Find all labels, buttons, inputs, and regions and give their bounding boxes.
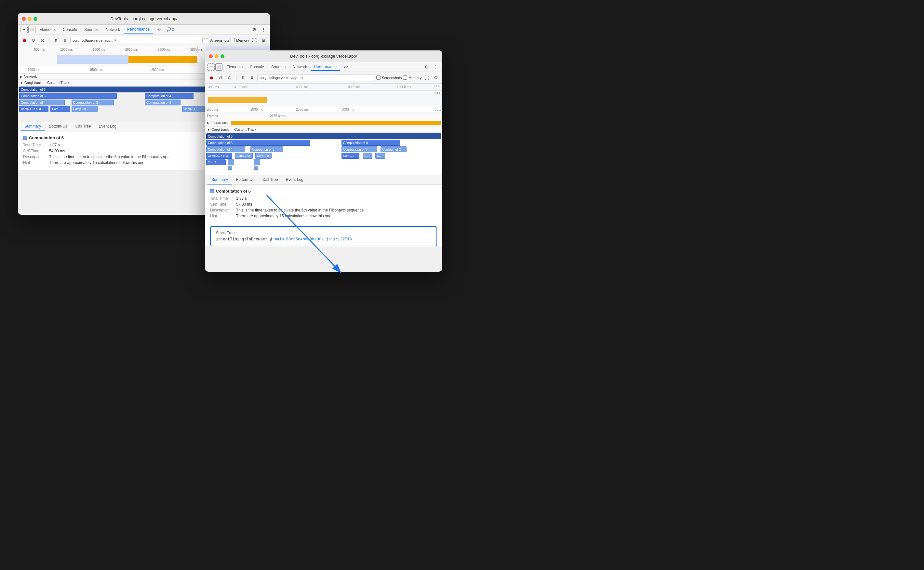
- comp-bar-4-r[interactable]: Computation of 4: [145, 93, 194, 99]
- comp-bar-3n-w2-l2[interactable]: Comput...n of 3: [251, 146, 283, 152]
- tab-eventlog-2[interactable]: Event Log: [282, 175, 307, 184]
- address-bar-2[interactable]: corgi-collage.vercel.app... ▾: [257, 74, 375, 81]
- clear-icon-2[interactable]: ⊘: [226, 74, 234, 82]
- screenshots-checkbox-2[interactable]: [376, 75, 381, 80]
- tab-calltree-1[interactable]: Call Tree: [72, 122, 95, 131]
- tab-console-1[interactable]: Console: [60, 26, 80, 33]
- comp-bar-s2-w2-l4[interactable]: [254, 159, 260, 165]
- corgi-track-header-2[interactable]: ▼ Corgi track — Custom Track: [205, 127, 442, 133]
- download-icon-2[interactable]: ⬇: [248, 74, 256, 82]
- comp-bar-6-w2-l0[interactable]: Computation of 6: [206, 133, 441, 139]
- comp-bar-4-w2-r[interactable]: Computation of 4: [341, 140, 400, 146]
- screenshot-icon[interactable]: ⛶: [251, 37, 258, 44]
- reload-icon-2[interactable]: ↺: [217, 74, 225, 82]
- tab-sources-2[interactable]: Sources: [268, 63, 289, 70]
- cursor-icon-2[interactable]: ⌖: [208, 63, 215, 70]
- bottom-tabs-2: Summary Bottom-Up Call Tree Event Log: [205, 175, 442, 185]
- memory-checkbox-1[interactable]: [231, 38, 235, 42]
- cursor-icon[interactable]: ⌖: [20, 26, 28, 33]
- comp-bar-s1-w2-l4[interactable]: [228, 159, 234, 165]
- tab-performance-2[interactable]: Performance: [311, 63, 340, 71]
- tick2-1000: 1000 ms: [28, 68, 40, 72]
- comp-bar-2-w2-l3c[interactable]: Com...f 2: [255, 153, 272, 159]
- comp-bar-5[interactable]: Computation of 5: [19, 93, 117, 99]
- maximize-button-2[interactable]: [220, 54, 225, 58]
- download-icon[interactable]: ⬇: [61, 37, 69, 44]
- hint-row-2: Hint There are approximately 15 calculat…: [210, 214, 437, 218]
- tab-elements-2[interactable]: Elements: [223, 63, 246, 70]
- tab-network-2[interactable]: Network: [289, 63, 310, 70]
- settings-icon-2[interactable]: ⚙: [423, 63, 431, 71]
- record-icon-2[interactable]: ⏺: [208, 74, 215, 82]
- comp-bar-2-w2-l3b[interactable]: Comp...f 2: [235, 153, 253, 159]
- dropdown-arrow-2[interactable]: ▾: [301, 75, 303, 80]
- inspect-icon[interactable]: ⬜: [28, 26, 35, 33]
- sep1: [49, 37, 49, 44]
- comp-bar-2-l3b[interactable]: Com... 2: [50, 106, 70, 112]
- tab-bottomup-2[interactable]: Bottom-Up: [232, 175, 258, 184]
- tab-sources-1[interactable]: Sources: [81, 26, 102, 33]
- comp-bar-c-w2-l3e[interactable]: C...: [363, 153, 372, 159]
- comp-bar-4-w2-l2[interactable]: Computation of 4: [206, 146, 245, 152]
- screenshots-checkbox-1[interactable]: [204, 38, 208, 42]
- tab-more-1[interactable]: >>: [153, 26, 165, 33]
- comp-bar-2-l3c[interactable]: Comp...of 2: [72, 106, 98, 112]
- comp-bar-2-w2-l3d[interactable]: Com... 2: [341, 153, 360, 159]
- comp-bar-4-l2[interactable]: Computation of 4: [19, 100, 65, 106]
- settings-gear-1[interactable]: ⚙: [260, 37, 267, 44]
- tab-performance-1[interactable]: Performance: [124, 26, 153, 34]
- memory-checkbox-2[interactable]: [403, 75, 407, 80]
- clear-icon[interactable]: ⊘: [39, 37, 46, 44]
- tab-summary-2[interactable]: Summary: [208, 175, 232, 184]
- comp-bar-5-w2[interactable]: Computation of 5: [206, 140, 310, 146]
- comp-bar-3-r-l2[interactable]: Computation of 3: [145, 100, 181, 106]
- stack-trace-link[interactable]: main.63cb5c4bde8be90a.js:1:122716: [274, 237, 352, 242]
- tab-console-2[interactable]: Console: [246, 63, 267, 70]
- comp-bar-6-l0[interactable]: Computation of 6: [19, 87, 208, 92]
- screenshots-toggle-1[interactable]: Screenshots: [204, 38, 229, 42]
- maximize-button-1[interactable]: [34, 17, 37, 21]
- toolbar-icons-right-1: ⚙ ⋮: [251, 26, 267, 34]
- comp-bar-co-w2-l4[interactable]: Co... 2: [206, 159, 226, 165]
- minimize-button-1[interactable]: [28, 17, 32, 21]
- screenshot-icon-2[interactable]: ⛶: [423, 74, 431, 82]
- reload-icon[interactable]: ↺: [30, 37, 37, 44]
- settings-icon-1[interactable]: ⚙: [251, 26, 258, 34]
- summary-comp-title-2: Computation of 6: [216, 189, 251, 193]
- dropdown-arrow-1[interactable]: ▾: [115, 38, 116, 42]
- memory-toggle-2[interactable]: Memory: [403, 75, 422, 80]
- hint-label-2: Hint: [210, 214, 236, 218]
- tab-summary-1[interactable]: Summary: [20, 122, 45, 131]
- tab-more-2[interactable]: >>: [341, 63, 352, 70]
- more-icon-1[interactable]: ⋮: [260, 26, 267, 34]
- more-icon-2[interactable]: ⋮: [432, 63, 440, 71]
- comp-bar-3-l2[interactable]: Computation of 3: [72, 100, 114, 106]
- minimize-button-2[interactable]: [215, 54, 219, 58]
- upload-icon-2[interactable]: ⬆: [239, 74, 247, 82]
- record-icon[interactable]: ⏺: [20, 37, 28, 44]
- upload-icon[interactable]: ⬆: [52, 37, 60, 44]
- address-bar-1[interactable]: corgi-collage.vercel.app... ▾: [70, 37, 203, 44]
- close-button-1[interactable]: [22, 17, 26, 21]
- comp-bar-xs1[interactable]: [228, 166, 232, 170]
- tab-bottomup-1[interactable]: Bottom-Up: [45, 122, 71, 131]
- nav-selection-1[interactable]: [57, 55, 129, 64]
- tab-eventlog-1[interactable]: Event Log: [95, 122, 120, 131]
- settings-gear-2[interactable]: ⚙: [432, 74, 440, 82]
- close-button-2[interactable]: [209, 54, 213, 58]
- tab-network-1[interactable]: Network: [102, 26, 123, 33]
- comp-bar-3-l3a[interactable]: Comput...n of 3: [19, 106, 49, 112]
- comp-bar-2-l3d[interactable]: Comp...f 2: [182, 106, 205, 112]
- memory-toggle-1[interactable]: Memory: [231, 38, 249, 42]
- comp-bar-3-w2-l3a[interactable]: Comput...n of 3: [206, 153, 232, 159]
- inspect-icon-2[interactable]: ⬜: [215, 63, 222, 70]
- comp-bar-3a-w2-l2[interactable]: Computа...n of 3: [341, 146, 377, 152]
- stack-trace-content: injectTimingsToBrowser @ main.63cb5c4bde…: [216, 237, 431, 242]
- tick-1500: 1500 ms: [93, 48, 105, 51]
- screenshots-toggle-2[interactable]: Screenshots: [376, 75, 402, 80]
- comp-bar-xs2[interactable]: [254, 166, 258, 170]
- tab-elements-1[interactable]: Elements: [36, 26, 59, 33]
- comp-bar-2-w2-l2[interactable]: Compu...of 2: [381, 146, 407, 152]
- comp-bar-c-w2-l3f[interactable]: C...: [375, 153, 385, 159]
- tab-calltree-2[interactable]: Call Tree: [259, 175, 282, 184]
